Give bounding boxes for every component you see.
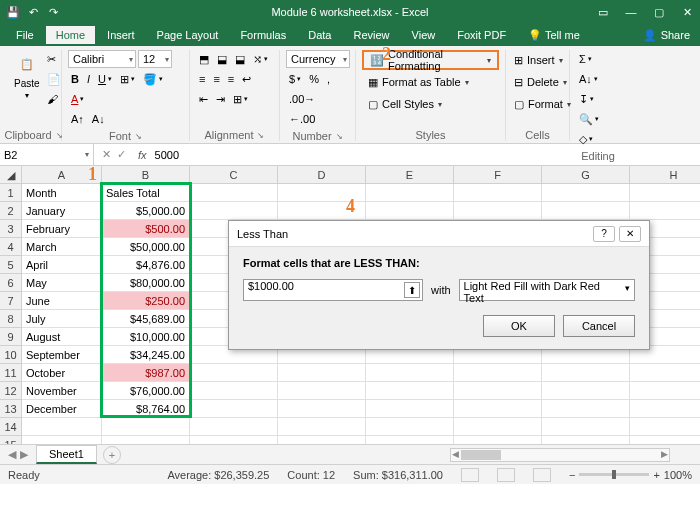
cell[interactable] bbox=[454, 184, 542, 202]
cell[interactable] bbox=[454, 436, 542, 444]
cell[interactable] bbox=[454, 202, 542, 220]
cell[interactable]: $8,764.00 bbox=[102, 400, 190, 418]
undo-icon[interactable]: ↶ bbox=[26, 5, 40, 19]
format-painter-button[interactable]: 🖌 bbox=[44, 90, 64, 108]
cell[interactable]: August bbox=[22, 328, 102, 346]
align-middle-button[interactable]: ⬓ bbox=[214, 50, 230, 68]
row-header[interactable]: 12 bbox=[0, 382, 22, 400]
cell[interactable]: January bbox=[22, 202, 102, 220]
cell[interactable] bbox=[366, 436, 454, 444]
zoom-in-button[interactable]: + bbox=[653, 469, 659, 481]
cell[interactable]: $5,000.00 bbox=[102, 202, 190, 220]
range-picker-icon[interactable]: ⬆ bbox=[404, 282, 420, 298]
view-normal-button[interactable] bbox=[461, 468, 479, 482]
cell[interactable] bbox=[190, 364, 278, 382]
column-header[interactable]: D bbox=[278, 166, 366, 184]
cell[interactable]: $45,689.00 bbox=[102, 310, 190, 328]
share-button[interactable]: 👤 Share bbox=[633, 26, 700, 45]
align-top-button[interactable]: ⬒ bbox=[196, 50, 212, 68]
zoom-out-button[interactable]: − bbox=[569, 469, 575, 481]
column-header[interactable]: A bbox=[22, 166, 102, 184]
align-left-button[interactable]: ≡ bbox=[196, 70, 208, 88]
maximize-icon[interactable]: ▢ bbox=[652, 5, 666, 19]
row-header[interactable]: 2 bbox=[0, 202, 22, 220]
cell[interactable]: September bbox=[22, 346, 102, 364]
cell[interactable] bbox=[278, 400, 366, 418]
cell[interactable] bbox=[366, 202, 454, 220]
merge-button[interactable]: ⊞▾ bbox=[230, 90, 251, 108]
cell[interactable] bbox=[630, 436, 700, 444]
row-header[interactable]: 8 bbox=[0, 310, 22, 328]
cut-button[interactable]: ✂ bbox=[44, 50, 64, 68]
cell[interactable] bbox=[454, 400, 542, 418]
row-header[interactable]: 11 bbox=[0, 364, 22, 382]
tab-insert[interactable]: Insert bbox=[97, 26, 145, 44]
number-launcher[interactable]: ↘ bbox=[336, 132, 343, 141]
dialog-help-button[interactable]: ? bbox=[593, 226, 615, 242]
tab-file[interactable]: File bbox=[6, 26, 44, 44]
sheet-nav-prev[interactable]: ◀ bbox=[8, 448, 16, 461]
currency-button[interactable]: $▾ bbox=[286, 70, 304, 88]
cell[interactable]: $10,000.00 bbox=[102, 328, 190, 346]
cell[interactable] bbox=[542, 364, 630, 382]
cell[interactable] bbox=[630, 382, 700, 400]
number-format-select[interactable]: Currency bbox=[286, 50, 350, 68]
cell[interactable] bbox=[366, 184, 454, 202]
percent-button[interactable]: % bbox=[306, 70, 322, 88]
cell[interactable] bbox=[190, 382, 278, 400]
cell[interactable] bbox=[22, 436, 102, 444]
tab-review[interactable]: Review bbox=[343, 26, 399, 44]
fill-color-button[interactable]: 🪣▾ bbox=[140, 70, 166, 88]
cell[interactable] bbox=[630, 418, 700, 436]
formula-input[interactable]: 5000 bbox=[151, 149, 700, 161]
paste-button[interactable]: 📋 Paste ▾ bbox=[12, 50, 42, 127]
border-button[interactable]: ⊞▾ bbox=[117, 70, 138, 88]
cell[interactable] bbox=[630, 400, 700, 418]
cell-styles-button[interactable]: ▢ Cell Styles ▾ bbox=[362, 94, 499, 114]
cell[interactable]: $987.00 bbox=[102, 364, 190, 382]
enter-formula-button[interactable]: ✓ bbox=[117, 148, 126, 161]
cell[interactable] bbox=[366, 382, 454, 400]
cell[interactable] bbox=[190, 184, 278, 202]
horizontal-scrollbar[interactable] bbox=[450, 448, 670, 462]
autosum-button[interactable]: Σ▾ bbox=[576, 50, 595, 68]
find-button[interactable]: 🔍▾ bbox=[576, 110, 602, 128]
row-header[interactable]: 15 bbox=[0, 436, 22, 444]
cell[interactable] bbox=[190, 202, 278, 220]
cell[interactable] bbox=[278, 436, 366, 444]
cell[interactable]: July bbox=[22, 310, 102, 328]
new-sheet-button[interactable]: + bbox=[103, 446, 121, 464]
ok-button[interactable]: OK bbox=[483, 315, 555, 337]
view-page-break-button[interactable] bbox=[533, 468, 551, 482]
cell[interactable]: $4,876.00 bbox=[102, 256, 190, 274]
decrease-decimal-button[interactable]: ←.00 bbox=[286, 110, 318, 128]
delete-cells-button[interactable]: ⊟ Delete▾ bbox=[512, 72, 563, 92]
fx-icon[interactable]: fx bbox=[134, 149, 151, 161]
save-icon[interactable]: 💾 bbox=[6, 5, 20, 19]
sheet-nav-next[interactable]: ▶ bbox=[20, 448, 28, 461]
ribbon-options-icon[interactable]: ▭ bbox=[596, 5, 610, 19]
italic-button[interactable]: I bbox=[84, 70, 93, 88]
cell[interactable] bbox=[454, 364, 542, 382]
column-header[interactable]: E bbox=[366, 166, 454, 184]
cell[interactable] bbox=[190, 418, 278, 436]
cell[interactable] bbox=[454, 382, 542, 400]
cell[interactable]: $50,000.00 bbox=[102, 238, 190, 256]
column-header[interactable]: C bbox=[190, 166, 278, 184]
row-header[interactable]: 10 bbox=[0, 346, 22, 364]
increase-indent-button[interactable]: ⇥ bbox=[213, 90, 228, 108]
align-right-button[interactable]: ≡ bbox=[225, 70, 237, 88]
cell[interactable]: October bbox=[22, 364, 102, 382]
row-header[interactable]: 14 bbox=[0, 418, 22, 436]
threshold-input[interactable]: $1000.00 ⬆ bbox=[243, 279, 423, 301]
column-header[interactable]: H bbox=[630, 166, 700, 184]
row-header[interactable]: 6 bbox=[0, 274, 22, 292]
close-icon[interactable]: ✕ bbox=[680, 5, 694, 19]
cell[interactable]: June bbox=[22, 292, 102, 310]
row-header[interactable]: 1 bbox=[0, 184, 22, 202]
row-header[interactable]: 4 bbox=[0, 238, 22, 256]
cell[interactable] bbox=[190, 400, 278, 418]
cell[interactable] bbox=[366, 364, 454, 382]
copy-button[interactable]: 📄 bbox=[44, 70, 64, 88]
format-style-select[interactable]: Light Red Fill with Dark Red Text bbox=[459, 279, 635, 301]
